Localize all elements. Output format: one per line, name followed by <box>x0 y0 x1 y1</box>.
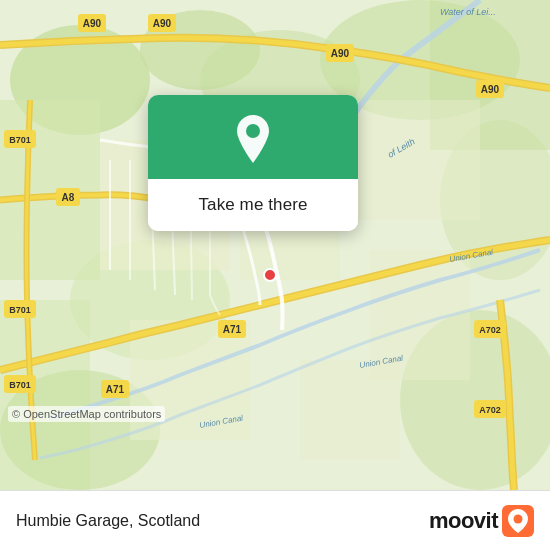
svg-text:B701: B701 <box>9 380 31 390</box>
svg-text:B701: B701 <box>9 135 31 145</box>
moovit-text: moovit <box>429 508 498 534</box>
svg-text:Water of Lei...: Water of Lei... <box>440 7 496 17</box>
svg-rect-17 <box>300 360 400 460</box>
svg-point-48 <box>246 124 260 138</box>
svg-text:A702: A702 <box>479 325 501 335</box>
svg-text:A702: A702 <box>479 405 501 415</box>
svg-text:A90: A90 <box>153 18 172 29</box>
moovit-icon <box>502 505 534 537</box>
map-container: A90 A90 A90 A90 A8 A71 A71 B701 B701 B70… <box>0 0 550 490</box>
svg-text:A71: A71 <box>106 384 125 395</box>
svg-text:A8: A8 <box>62 192 75 203</box>
popup-card: Take me there <box>148 95 358 231</box>
moovit-logo: moovit <box>429 505 534 537</box>
svg-rect-3 <box>0 100 100 280</box>
svg-point-47 <box>264 269 276 281</box>
popup-icon-area <box>148 95 358 179</box>
bottom-bar: Humbie Garage, Scotland moovit <box>0 490 550 550</box>
svg-point-50 <box>514 514 523 523</box>
take-me-there-button[interactable]: Take me there <box>148 179 358 231</box>
svg-text:A90: A90 <box>83 18 102 29</box>
svg-text:A90: A90 <box>481 84 500 95</box>
svg-text:B701: B701 <box>9 305 31 315</box>
location-name: Humbie Garage, Scotland <box>16 512 200 530</box>
osm-credit: © OpenStreetMap contributors <box>8 406 165 422</box>
svg-text:A90: A90 <box>331 48 350 59</box>
location-pin-icon <box>231 113 275 165</box>
svg-text:A71: A71 <box>223 324 242 335</box>
svg-rect-14 <box>350 100 480 220</box>
